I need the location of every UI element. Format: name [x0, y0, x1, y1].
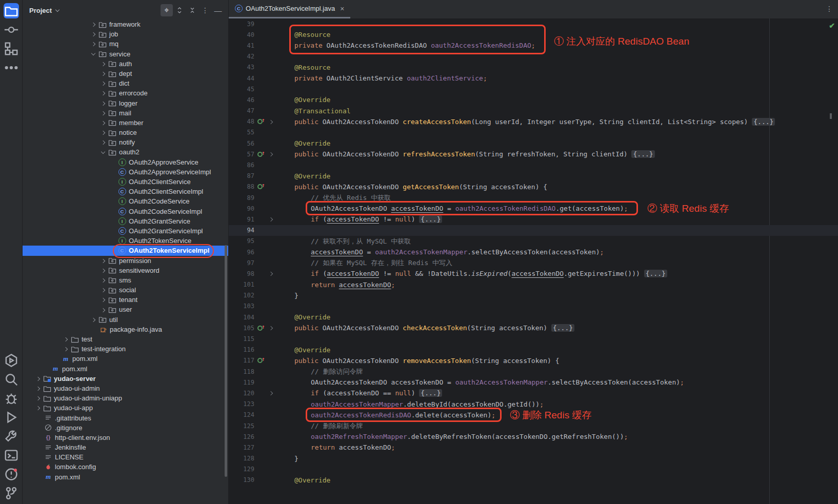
locate-opened-file-button[interactable]: ⌖ [161, 4, 173, 16]
tree-scrollbar[interactable] [225, 245, 227, 477]
chevron-right-icon[interactable] [62, 335, 71, 344]
chevron-down-icon[interactable] [89, 50, 98, 58]
tree-item-tenant[interactable]: tenant [23, 295, 228, 305]
debug-tool-button[interactable] [4, 391, 19, 406]
chevron-right-icon[interactable] [89, 40, 98, 48]
services-tool-button[interactable] [4, 353, 19, 368]
chevron-right-icon[interactable] [99, 118, 108, 127]
fold-expand-icon[interactable] [269, 389, 274, 396]
chevron-right-icon[interactable] [89, 30, 98, 38]
chevron-right-icon[interactable] [99, 256, 108, 265]
tree-item-license[interactable]: LICENSE [23, 452, 228, 462]
code-line-116[interactable]: 116@Override [229, 345, 838, 355]
problems-tool-button[interactable] [4, 467, 19, 482]
chevron-right-icon[interactable] [34, 385, 43, 393]
fold-expand-icon[interactable] [269, 150, 274, 157]
code-line-101[interactable]: 101return accessTokenDO; [229, 279, 838, 290]
code-line-127[interactable]: 127return accessTokenDO; [229, 442, 838, 453]
code-line-97[interactable]: 97// 如果在 MySQL 存在，则往 Redis 中写入 [229, 257, 838, 268]
tree-item-notice[interactable]: notice [23, 128, 228, 137]
tree-item-mq[interactable]: mq [23, 39, 228, 49]
tree-item-yudao-ui-admin-uniapp[interactable]: yudao-ui-admin-uniapp [23, 393, 228, 403]
code-line-128[interactable]: 128} [229, 453, 838, 464]
tree-item-pom-xml[interactable]: mpom.xml [23, 364, 228, 374]
tree-item-http-client-env-json[interactable]: {}http-client.env.json [23, 433, 228, 442]
code-line-125[interactable]: 125// 删除刷新令牌 [229, 420, 838, 431]
chevron-right-icon[interactable] [99, 59, 108, 68]
search-tool-button[interactable] [4, 372, 19, 387]
overrides-method-icon[interactable]: ↑ [257, 118, 266, 125]
code-line-105[interactable]: 105↑public OAuth2AccessTokenDO checkAcce… [229, 322, 838, 333]
code-line-48[interactable]: 48↑public OAuth2AccessTokenDO createAcce… [229, 116, 838, 127]
tree-item-dept[interactable]: dept [23, 69, 228, 78]
code-line-86[interactable]: 86 [229, 159, 838, 170]
fold-expand-icon[interactable] [269, 324, 274, 331]
project-panel-title[interactable]: Project [29, 7, 52, 14]
code-line-115[interactable]: 115 [229, 333, 838, 344]
overrides-method-icon[interactable]: ↑ [257, 151, 266, 157]
tree-item-oauth2codeservice[interactable]: IOAuth2CodeService [23, 196, 228, 206]
tree-item-oauth2tokenserviceimpl[interactable]: COAuth2TokenServiceImpl [23, 246, 228, 255]
chevron-right-icon[interactable] [99, 306, 108, 314]
commit-tool-button[interactable] [4, 22, 19, 37]
tree-item-dict[interactable]: dict [23, 78, 228, 88]
fold-expand-icon[interactable] [269, 270, 274, 277]
code-line-94[interactable]: 94 [229, 225, 838, 236]
code-line-103[interactable]: 103 [229, 301, 838, 312]
hide-panel-button[interactable]: — [212, 4, 224, 16]
tree-item-oauth2approveserviceimpl[interactable]: COAuth2ApproveServiceImpl [23, 167, 228, 177]
code-line-45[interactable]: 45 [229, 84, 838, 94]
code-line-90[interactable]: 90OAuth2AccessTokenDO accessTokenDO = oa… [229, 203, 838, 214]
chevron-right-icon[interactable] [99, 138, 108, 147]
tree-item-oauth2grantserviceimpl[interactable]: COAuth2GrantServiceImpl [23, 226, 228, 236]
tree-item-oauth2approveservice[interactable]: IOAuth2ApproveService [23, 157, 228, 167]
tree-item--gitattributes[interactable]: .gitattributes [23, 413, 228, 423]
version-control-tool-button[interactable] [4, 486, 19, 501]
tree-item-sensitiveword[interactable]: sensitiveword [23, 266, 228, 275]
chevron-right-icon[interactable] [62, 345, 71, 353]
overrides-method-icon[interactable]: ↑ [257, 357, 266, 364]
chevron-right-icon[interactable] [99, 129, 108, 137]
chevron-right-icon[interactable] [99, 109, 108, 117]
code-line-120[interactable]: 120if (accessTokenDO == null) {...} [229, 388, 838, 398]
tree-item-notify[interactable]: notify [23, 137, 228, 147]
code-line-95[interactable]: 95// 获取不到，从 MySQL 中获取 [229, 236, 838, 247]
tree-item-user[interactable]: user [23, 305, 228, 314]
tree-item-oauth2clientserviceimpl[interactable]: COAuth2ClientServiceImpl [23, 187, 228, 196]
chevron-right-icon[interactable] [99, 286, 108, 294]
inspections-ok-icon[interactable]: ✔ [829, 22, 835, 30]
tree-item-framework[interactable]: framework [23, 19, 228, 29]
tree-item-oauth2grantservice[interactable]: IOAuth2GrantService [23, 216, 228, 226]
editor-scrollbar-mark[interactable] [830, 113, 832, 119]
code-line-89[interactable]: 89// 优先从 Redis 中获取 [229, 192, 838, 203]
tree-item-errorcode[interactable]: errorcode [23, 88, 228, 98]
fold-expand-icon[interactable] [269, 118, 274, 125]
code-line-44[interactable]: 44private OAuth2ClientService oauth2Clie… [229, 73, 838, 84]
code-line-118[interactable]: 118// 删除访问令牌 [229, 366, 838, 377]
code-line-55[interactable]: 55 [229, 127, 838, 138]
code-line-102[interactable]: 102} [229, 290, 838, 301]
tree-item-test-integration[interactable]: test-integration [23, 344, 228, 354]
folded-code-chip[interactable]: {...} [644, 270, 667, 277]
overrides-method-icon[interactable]: ↑ [257, 184, 266, 190]
collapse-all-button[interactable] [186, 4, 198, 16]
code-line-117[interactable]: 117↑public OAuth2AccessTokenDO removeAcc… [229, 355, 838, 366]
folded-code-chip[interactable]: {...} [551, 324, 574, 332]
chevron-right-icon[interactable] [99, 99, 108, 107]
folded-code-chip[interactable]: {...} [419, 215, 442, 223]
code-line-42[interactable]: 42 [229, 51, 838, 62]
code-line-98[interactable]: 98if (accessTokenDO != null && !DateUtil… [229, 268, 838, 279]
tree-item-job[interactable]: job [23, 29, 228, 39]
project-tool-button[interactable] [4, 3, 19, 18]
close-icon[interactable]: × [340, 5, 344, 13]
chevron-right-icon[interactable] [99, 276, 108, 284]
chevron-right-icon[interactable] [34, 374, 43, 382]
chevron-right-icon[interactable] [34, 394, 43, 402]
tree-item-yudao-ui-admin[interactable]: yudao-ui-admin [23, 384, 228, 393]
chevron-right-icon[interactable] [89, 21, 98, 29]
structure-tool-button[interactable] [4, 41, 19, 56]
tree-item-pom-xml[interactable]: mpom.xml [23, 354, 228, 364]
code-line-41[interactable]: 41private OAuth2AccessTokenRedisDAO oaut… [229, 40, 838, 51]
chevron-right-icon[interactable] [99, 266, 108, 274]
chevron-down-icon[interactable] [99, 148, 108, 156]
